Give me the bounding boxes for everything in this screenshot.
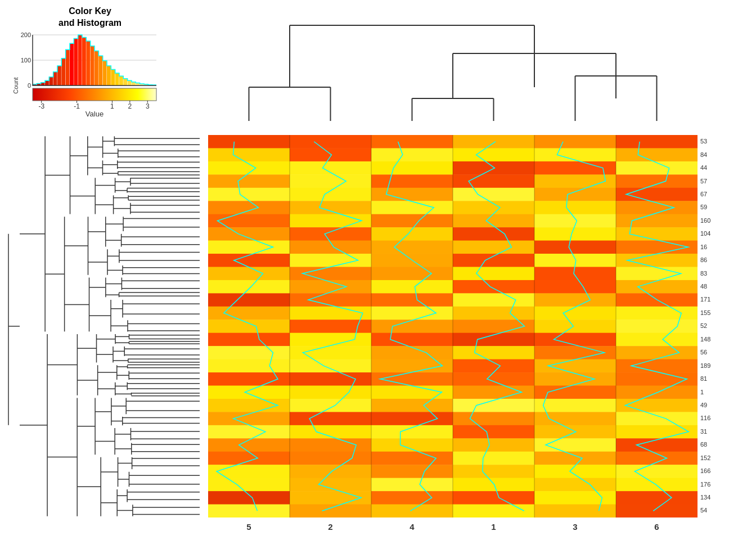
color-key-panel: Color Key and Histogram bbox=[11, 6, 169, 118]
col-label: 3 bbox=[573, 522, 577, 532]
col-labels: 524136 bbox=[208, 522, 698, 532]
row-label: 116 bbox=[700, 415, 751, 421]
row-label: 54 bbox=[700, 507, 751, 514]
row-label: 160 bbox=[700, 218, 751, 224]
row-label: 166 bbox=[700, 468, 751, 474]
row-label: 49 bbox=[700, 402, 751, 408]
row-label: 155 bbox=[700, 310, 751, 316]
row-labels: 5384445767591601041686834817115552148561… bbox=[700, 135, 751, 518]
row-label: 31 bbox=[700, 429, 751, 435]
col-label: 5 bbox=[246, 522, 251, 532]
row-label: 83 bbox=[700, 271, 751, 277]
row-dendrogram-canvas bbox=[3, 135, 202, 518]
row-label: 152 bbox=[700, 455, 751, 461]
row-label: 1 bbox=[700, 389, 751, 395]
histogram-canvas bbox=[11, 29, 169, 119]
col-label: 1 bbox=[491, 522, 496, 532]
row-label: 53 bbox=[700, 138, 751, 145]
row-label: 52 bbox=[700, 323, 751, 329]
color-key-title-text: Color Key bbox=[69, 6, 111, 16]
row-label: 134 bbox=[700, 494, 751, 501]
col-label: 6 bbox=[654, 522, 659, 532]
color-key-subtitle-text: and Histogram bbox=[58, 18, 122, 28]
row-label: 67 bbox=[700, 191, 751, 197]
row-label: 59 bbox=[700, 204, 751, 210]
row-label: 44 bbox=[700, 165, 751, 171]
color-key-title: Color Key and Histogram bbox=[11, 6, 169, 29]
col-label: 2 bbox=[328, 522, 332, 532]
row-label: 148 bbox=[700, 336, 751, 343]
row-label: 104 bbox=[700, 231, 751, 237]
row-label: 171 bbox=[700, 296, 751, 303]
top-dendrogram bbox=[208, 3, 698, 127]
row-label: 81 bbox=[700, 376, 751, 382]
heatmap-canvas bbox=[208, 135, 698, 518]
row-label: 48 bbox=[700, 284, 751, 290]
heatmap bbox=[208, 135, 698, 518]
row-dendrogram bbox=[3, 135, 202, 518]
row-label: 86 bbox=[700, 257, 751, 263]
row-label: 16 bbox=[700, 244, 751, 250]
row-label: 84 bbox=[700, 152, 751, 158]
row-label: 57 bbox=[700, 178, 751, 184]
row-label: 189 bbox=[700, 363, 751, 369]
row-label: 68 bbox=[700, 442, 751, 448]
row-label: 56 bbox=[700, 349, 751, 356]
col-label: 4 bbox=[410, 522, 414, 532]
top-dendrogram-canvas bbox=[208, 3, 698, 127]
row-label: 176 bbox=[700, 482, 751, 488]
main-container: Color Key and Histogram 5384445767591601… bbox=[0, 0, 756, 540]
